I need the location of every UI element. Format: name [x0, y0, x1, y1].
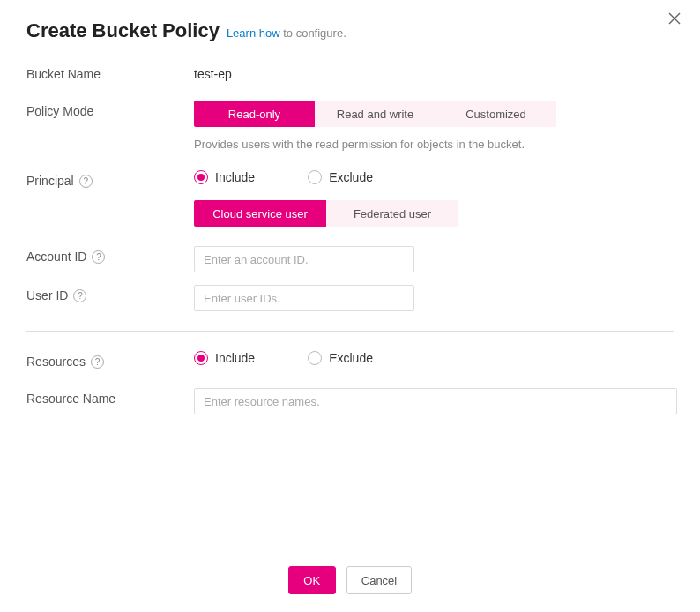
create-bucket-policy-dialog: Create Bucket Policy Learn how to config… — [0, 0, 700, 414]
principal-exclude-label: Exclude — [329, 170, 373, 184]
radio-icon — [194, 351, 208, 365]
learn-how-link[interactable]: Learn how — [227, 26, 280, 40]
help-icon[interactable]: ? — [79, 175, 93, 188]
dialog-title: Create Bucket Policy — [26, 19, 220, 42]
dialog-title-row: Create Bucket Policy Learn how to config… — [26, 19, 674, 42]
principal-user-type-segmented: Cloud service user Federated user — [194, 200, 674, 227]
section-divider — [26, 331, 674, 332]
resources-include-label: Include — [215, 351, 255, 365]
resources-include-radio[interactable]: Include — [194, 351, 255, 365]
account-id-label: Account ID — [26, 250, 86, 264]
resource-name-label: Resource Name — [26, 388, 194, 406]
principal-exclude-radio[interactable]: Exclude — [308, 170, 373, 184]
bucket-name-value: test-ep — [194, 63, 674, 81]
policy-mode-read-write[interactable]: Read and write — [315, 101, 436, 127]
user-type-cloud[interactable]: Cloud service user — [194, 200, 326, 227]
principal-label: Principal — [26, 174, 74, 188]
resources-label: Resources — [26, 355, 86, 369]
cancel-button[interactable]: Cancel — [346, 566, 412, 594]
help-icon[interactable]: ? — [73, 289, 86, 302]
resources-exclude-radio[interactable]: Exclude — [308, 351, 373, 365]
dialog-footer: OK Cancel — [0, 566, 700, 594]
help-icon[interactable]: ? — [92, 250, 105, 264]
bucket-name-label: Bucket Name — [26, 63, 194, 81]
radio-icon — [194, 170, 208, 184]
ok-button[interactable]: OK — [288, 566, 336, 594]
policy-mode-segmented: Read-only Read and write Customized — [194, 101, 674, 127]
principal-include-radio[interactable]: Include — [194, 170, 255, 184]
resources-exclude-label: Exclude — [329, 351, 373, 365]
policy-mode-customized[interactable]: Customized — [436, 101, 556, 127]
radio-icon — [308, 351, 322, 365]
account-id-input[interactable] — [194, 246, 414, 272]
user-id-label: User ID — [26, 288, 68, 302]
policy-mode-read-only[interactable]: Read-only — [194, 101, 315, 127]
close-icon[interactable] — [668, 12, 684, 28]
resource-name-input[interactable] — [194, 388, 677, 414]
learn-how-suffix: to configure. — [280, 26, 346, 40]
policy-mode-helper: Provides users with the read permission … — [194, 138, 674, 151]
principal-include-label: Include — [215, 170, 255, 184]
user-id-input[interactable] — [194, 285, 414, 311]
help-icon[interactable]: ? — [91, 355, 104, 369]
radio-icon — [308, 170, 322, 184]
user-type-federated[interactable]: Federated user — [326, 200, 458, 227]
policy-mode-label: Policy Mode — [26, 101, 194, 118]
